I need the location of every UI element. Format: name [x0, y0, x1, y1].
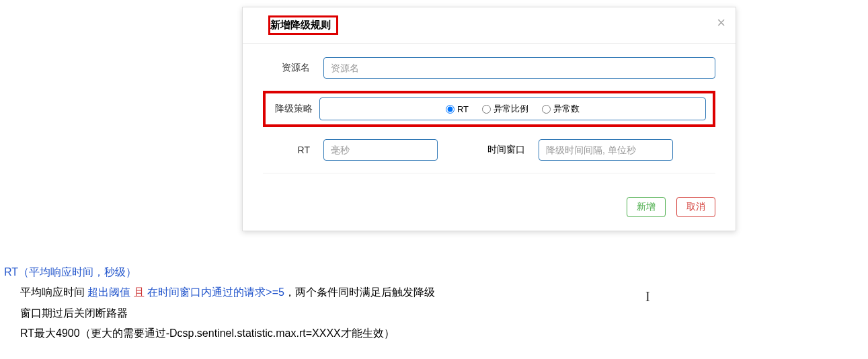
add-button[interactable]: 新增 — [627, 197, 666, 217]
note-line-3: 窗口期过后关闭断路器 — [20, 303, 435, 323]
modal-header: 新增降级规则 × — [243, 7, 736, 44]
modal-title: 新增降级规则 — [268, 15, 338, 35]
add-degrade-rule-modal: 新增降级规则 × 资源名 降级策略 RT 异常比例 异常数 — [242, 7, 736, 231]
strategy-row: 降级策略 RT 异常比例 异常数 — [263, 91, 715, 127]
cancel-button[interactable]: 取消 — [676, 197, 715, 217]
rt-label: RT — [263, 145, 310, 155]
rt-window-row: RT 时间窗口 — [263, 139, 715, 161]
divider — [263, 173, 715, 173]
note-line-1: RT（平均响应时间，秒级） — [4, 262, 435, 282]
radio-count-label: 异常数 — [553, 103, 580, 115]
strategy-label: 降级策略 — [272, 103, 313, 115]
strategy-radio-group: RT 异常比例 异常数 — [319, 97, 706, 120]
radio-ratio-input[interactable] — [482, 105, 491, 114]
radio-ratio[interactable]: 异常比例 — [482, 103, 528, 115]
radio-rt-label: RT — [457, 104, 469, 114]
note-2a: 平均响应时间 — [20, 286, 87, 298]
notes-section: RT（平均响应时间，秒级） 平均响应时间 超出阈值 且 在时间窗口内通过的请求>… — [4, 262, 435, 344]
note-line-4: RT最大4900（更大的需要通过-Dcsp.sentinel.statistic… — [20, 323, 435, 344]
resource-row: 资源名 — [263, 57, 715, 79]
note-2e: ，两个条件同时满足后触发降级 — [284, 286, 435, 298]
rt-input[interactable] — [323, 139, 438, 161]
radio-count-input[interactable] — [542, 105, 551, 114]
radio-count[interactable]: 异常数 — [542, 103, 580, 115]
note-2c: 且 — [130, 286, 147, 298]
text-cursor-icon: I — [645, 289, 650, 305]
note-rt-heading: RT（平均响应时间，秒级） — [4, 266, 136, 278]
modal-footer: 新增 取消 — [243, 190, 736, 231]
note-line-2: 平均响应时间 超出阈值 且 在时间窗口内通过的请求>=5，两个条件同时满足后触发… — [20, 282, 435, 303]
radio-ratio-label: 异常比例 — [494, 103, 528, 115]
resource-label: 资源名 — [263, 62, 310, 74]
radio-rt-input[interactable] — [446, 105, 455, 114]
close-icon[interactable]: × — [717, 14, 725, 32]
window-input[interactable] — [539, 139, 673, 161]
modal-body: 资源名 降级策略 RT 异常比例 异常数 RT — [243, 44, 736, 190]
note-2b: 超出阈值 — [87, 286, 130, 298]
radio-rt[interactable]: RT — [446, 103, 469, 115]
window-label: 时间窗口 — [465, 144, 525, 156]
note-2d: 在时间窗口内通过的请求>=5 — [147, 286, 284, 298]
resource-input[interactable] — [323, 57, 715, 79]
